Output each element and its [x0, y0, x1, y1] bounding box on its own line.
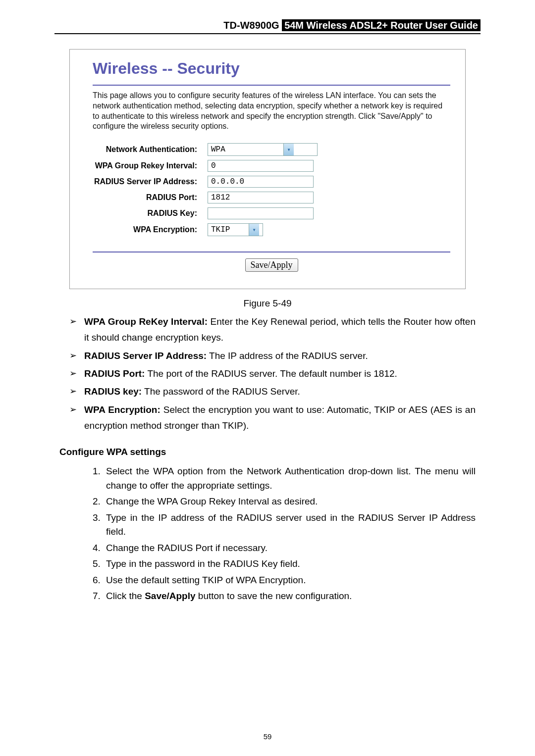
radius-key-input[interactable]: [208, 207, 314, 219]
list-item: Change the WPA Group Rekey Interval as d…: [103, 495, 476, 509]
page-header: TD-W8900G 54M Wireless ADSL2+ Router Use…: [54, 20, 481, 34]
header-model: TD-W8900G: [223, 20, 279, 31]
list-item: Type in the IP address of the RADIUS ser…: [103, 511, 476, 539]
network-auth-value: WPA: [208, 145, 283, 154]
bullet-term: WPA Encryption:: [84, 404, 160, 415]
bullet-text: The port of the RADIUS server. The defau…: [145, 368, 397, 379]
screenshot-title: Wireless -- Security: [93, 59, 450, 78]
bullet-list: WPA Group ReKey Interval: Enter the Key …: [69, 314, 476, 434]
radius-port-input[interactable]: [208, 192, 314, 203]
divider: [93, 85, 450, 86]
list-item: RADIUS Port: The port of the RADIUS serv…: [69, 366, 476, 382]
bullet-text: The IP address of the RADIUS server.: [207, 351, 368, 361]
bullet-term: RADIUS key:: [84, 386, 142, 397]
rekey-input[interactable]: [208, 160, 314, 172]
chevron-down-icon: ▾: [249, 224, 259, 236]
list-item: WPA Group ReKey Interval: Enter the Key …: [69, 314, 476, 346]
label-wpa-enc: WPA Encryption:: [93, 223, 207, 237]
step-text: button to save the new configuration.: [196, 591, 352, 601]
steps-list: Select the WPA option from the Network A…: [89, 464, 476, 604]
label-radius-ip: RADIUS Server IP Address:: [93, 175, 207, 188]
bullet-term: RADIUS Server IP Address:: [84, 351, 207, 361]
chevron-down-icon: ▾: [283, 144, 294, 155]
label-network-auth: Network Authentication:: [93, 143, 207, 156]
list-item: WPA Encryption: Select the encryption yo…: [69, 402, 476, 434]
label-rekey: WPA Group Rekey Interval:: [93, 159, 207, 172]
step-bold: Save/Apply: [145, 591, 195, 601]
section-heading: Configure WPA settings: [59, 447, 481, 457]
list-item: Type in the password in the RADIUS Key f…: [103, 557, 476, 571]
save-apply-button[interactable]: Save/Apply: [245, 258, 298, 272]
wpa-encryption-value: TKIP: [208, 225, 249, 234]
bullet-text: The password of the RADIUS Server.: [142, 386, 300, 397]
wpa-encryption-select[interactable]: TKIP ▾: [208, 223, 263, 236]
step-text: Click the: [106, 591, 145, 601]
radius-ip-input[interactable]: [208, 176, 314, 188]
screenshot-description: This page allows you to configure securi…: [93, 91, 450, 132]
list-item: Use the default setting TKIP of WPA Encr…: [103, 573, 476, 588]
settings-form: Network Authentication: WPA ▾ WPA Group …: [93, 140, 318, 240]
divider: [93, 252, 450, 252]
label-radius-key: RADIUS Key:: [93, 207, 207, 220]
bullet-term: WPA Group ReKey Interval:: [84, 316, 208, 327]
bullet-term: RADIUS Port:: [84, 368, 145, 379]
list-item: RADIUS key: The password of the RADIUS S…: [69, 384, 476, 400]
list-item: Select the WPA option from the Network A…: [103, 464, 476, 493]
label-radius-port: RADIUS Port:: [93, 191, 207, 204]
list-item: RADIUS Server IP Address: The IP address…: [69, 348, 476, 364]
network-auth-select[interactable]: WPA ▾: [208, 143, 318, 156]
list-item: Click the Save/Apply button to save the …: [103, 589, 476, 604]
page-number: 59: [54, 732, 481, 741]
list-item: Change the RADIUS Port if necessary.: [103, 541, 476, 555]
header-tag: 54M Wireless ADSL2+ Router User Guide: [282, 19, 481, 31]
router-screenshot: Wireless -- Security This page allows yo…: [69, 49, 466, 289]
figure-caption: Figure 5-49: [54, 298, 481, 309]
